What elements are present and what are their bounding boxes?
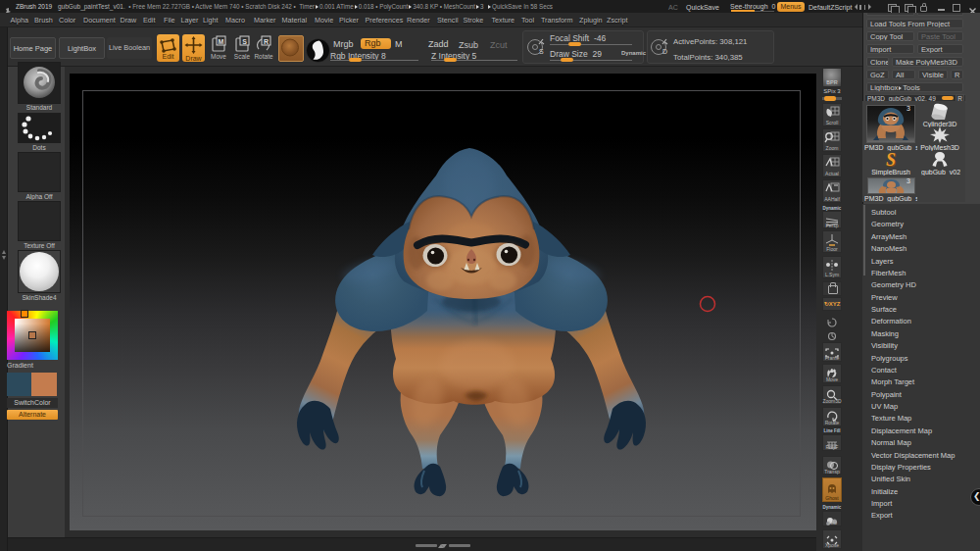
svg-text:D: D: [662, 48, 667, 55]
svg-text:Rotate: Rotate: [254, 53, 273, 60]
svg-text:S: S: [242, 38, 247, 45]
svg-text:R: R: [264, 38, 269, 45]
svg-text:Draw: Draw: [185, 55, 202, 62]
svg-text:M: M: [219, 38, 224, 45]
svg-text:Scale: Scale: [234, 53, 251, 60]
svg-text:Move: Move: [211, 53, 226, 60]
svg-text:S: S: [539, 48, 544, 55]
svg-text:Edit: Edit: [162, 53, 173, 60]
